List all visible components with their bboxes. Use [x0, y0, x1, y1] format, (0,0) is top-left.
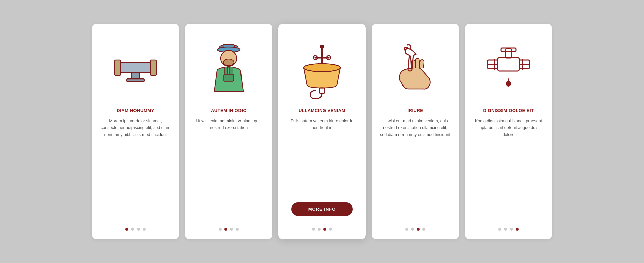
card-1-dots [125, 228, 146, 231]
dot-5-1 [504, 228, 507, 231]
dot-2-1 [224, 228, 227, 231]
card-2: AUTEM IN ODIO Ut wisi enim ad minim veni… [185, 24, 272, 239]
dot-1-1 [131, 228, 134, 231]
card-4: IRIURE Ut wisi enim ad minim veniam, qui… [372, 24, 459, 239]
card-5: DIGNISSIM DOLOE EIT Kodio dignissim qui … [465, 24, 552, 239]
card-5-bottom [473, 222, 544, 231]
wrench-icon-area [380, 34, 451, 101]
card-3-title: ULLAMCING VENIAM [299, 108, 345, 113]
card-1-bottom [100, 222, 171, 231]
valve-icon [485, 46, 532, 90]
dot-1-3 [143, 228, 146, 231]
valve-icon-area [473, 34, 544, 101]
card-5-title: DIGNISSIM DOLOE EIT [483, 108, 534, 113]
dot-5-0 [498, 228, 501, 231]
dot-5-2 [510, 228, 513, 231]
plumber-icon [207, 38, 251, 98]
svg-rect-26 [498, 58, 519, 71]
dot-3-0 [312, 228, 315, 231]
dot-4-1 [411, 228, 414, 231]
card-3: ULLAMCING VENIAM Duis autem vel eum iriu… [278, 24, 366, 239]
dot-1-2 [137, 228, 140, 231]
dot-3-1 [318, 228, 321, 231]
svg-line-21 [411, 56, 411, 69]
svg-rect-20 [320, 88, 324, 93]
card-3-text: Duis autem vel eum iriure dolor in hendr… [286, 118, 358, 197]
dot-1-0 [125, 228, 128, 231]
dot-2-0 [219, 228, 222, 231]
card-5-text: Kodio dignissim qui blandit praesent lup… [473, 118, 544, 222]
card-4-title: IRIURE [407, 108, 423, 113]
card-3-bottom: MORE INFO [286, 197, 358, 231]
card-1-text: Morem ipsum dolor sit amet, consectetuer… [100, 118, 171, 222]
card-4-text: Ut wisi enim ad minim veniam, quis nostr… [380, 118, 451, 222]
svg-rect-18 [320, 45, 324, 48]
card-1-title: DIAM NONUMMY [117, 108, 154, 113]
plumber-icon-area [193, 34, 264, 101]
card-2-dots [219, 228, 239, 231]
dot-3-3 [329, 228, 332, 231]
cards-container: DIAM NONUMMY Morem ipsum dolor sit amet,… [72, 11, 572, 252]
card-4-bottom [380, 222, 451, 231]
pipe-icon [109, 53, 162, 83]
dot-3-2 [323, 228, 326, 231]
dot-4-0 [405, 228, 408, 231]
svg-rect-28 [501, 48, 516, 51]
card-1: DIAM NONUMMY Morem ipsum dolor sit amet,… [92, 24, 179, 239]
card-4-dots [405, 228, 425, 231]
dot-2-2 [230, 228, 233, 231]
card-2-title: AUTEM IN ODIO [211, 108, 247, 113]
wrench-hand-icon [392, 39, 439, 96]
dot-5-3 [516, 228, 519, 231]
dot-4-2 [417, 228, 420, 231]
more-info-button[interactable]: MORE INFO [291, 202, 353, 216]
svg-rect-4 [127, 79, 144, 82]
svg-rect-27 [506, 49, 511, 58]
dot-4-3 [422, 228, 425, 231]
card-3-dots [312, 228, 332, 231]
svg-point-9 [223, 59, 234, 66]
card-2-bottom [193, 222, 264, 231]
card-2-text: Ut wisi enim ad minim veniam, quis nostr… [193, 118, 264, 222]
sink-icon-area [286, 34, 358, 101]
svg-rect-0 [118, 63, 153, 73]
svg-rect-2 [150, 60, 156, 75]
svg-point-19 [304, 64, 340, 72]
svg-rect-12 [224, 74, 234, 81]
dot-2-3 [236, 228, 239, 231]
svg-rect-1 [115, 60, 121, 75]
pipe-icon-area [100, 34, 171, 101]
card-5-dots [498, 228, 519, 231]
sink-icon [297, 41, 347, 95]
